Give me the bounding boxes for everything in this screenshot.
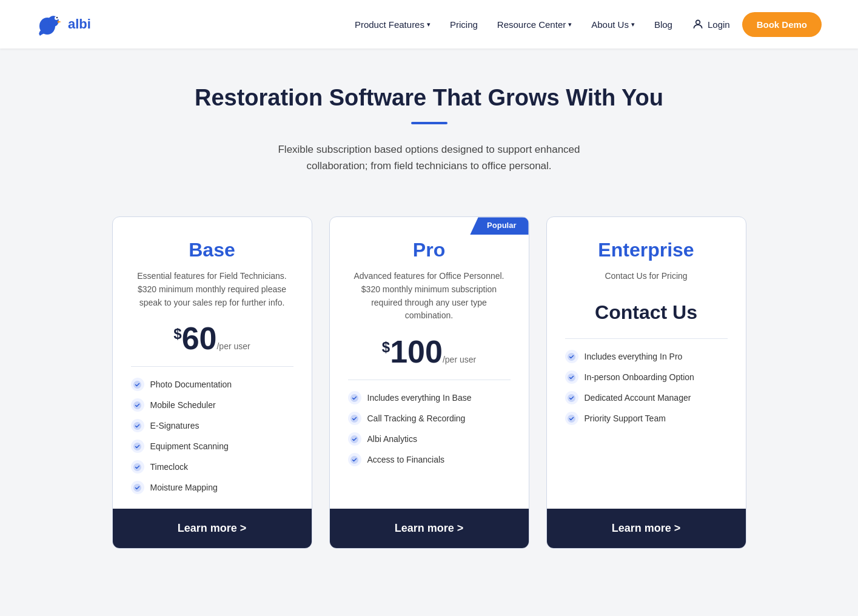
enterprise-card-divider: [565, 338, 728, 339]
logo-text: albi: [68, 16, 91, 32]
base-feature-list: Photo Documentation Mobile Scheduler E-S…: [131, 378, 293, 494]
check-icon: [348, 432, 361, 446]
nav-blog[interactable]: Blog: [654, 19, 672, 30]
list-item: Call Tracking & Recording: [348, 412, 511, 425]
list-item: Mobile Scheduler: [131, 398, 293, 412]
check-icon: [565, 412, 578, 425]
base-price-per: /per user: [216, 341, 250, 351]
page-title: Restoration Software That Grows With You: [12, 85, 846, 111]
check-icon: [131, 481, 144, 494]
check-icon: [131, 378, 144, 391]
chevron-down-icon: ▾: [568, 21, 572, 28]
list-item: Priority Support Team: [565, 412, 728, 425]
enterprise-feature-list: Includes everything In Pro In-person Onb…: [565, 350, 728, 425]
pro-card-subtitle: Advanced features for Office Personnel. …: [348, 270, 511, 323]
enterprise-learn-more-button[interactable]: Learn more >: [547, 509, 746, 548]
nav-product-features[interactable]: Product Features ▾: [355, 19, 431, 30]
pro-card-price: $100/per user: [348, 336, 511, 367]
pro-feature-list: Includes everything In Base Call Trackin…: [348, 391, 511, 466]
list-item: Photo Documentation: [131, 378, 293, 391]
check-icon: [348, 391, 361, 404]
chevron-down-icon: ▾: [631, 21, 635, 28]
base-card: Base Essential features for Field Techni…: [112, 216, 312, 549]
list-item: E-Signatures: [131, 419, 293, 432]
list-item: Albi Analytics: [348, 432, 511, 446]
pro-learn-more-button[interactable]: Learn more >: [330, 509, 529, 548]
enterprise-contact-label: Contact Us: [565, 301, 728, 324]
hero-subtitle: Flexible subscription based options desi…: [247, 141, 611, 174]
check-icon: [565, 370, 578, 384]
logo-icon: [36, 10, 64, 38]
svg-point-2: [55, 16, 58, 20]
check-icon: [348, 412, 361, 425]
enterprise-card: Enterprise Contact Us for Pricing Contac…: [546, 216, 746, 549]
nav-links: Product Features ▾ Pricing Resource Cent…: [355, 19, 672, 30]
nav-pricing[interactable]: Pricing: [450, 19, 478, 30]
base-price-dollar: $: [173, 326, 181, 342]
popular-badge: Popular: [470, 217, 528, 235]
check-icon: [348, 453, 361, 466]
base-price-amount: 60: [182, 321, 217, 356]
enterprise-card-subtitle: Contact Us for Pricing: [565, 270, 728, 283]
login-link[interactable]: Login: [692, 18, 730, 30]
check-icon: [131, 398, 144, 412]
hero-divider: [411, 122, 447, 124]
nav-resource-center[interactable]: Resource Center ▾: [497, 19, 572, 30]
base-card-title: Base: [131, 239, 293, 261]
base-card-divider: [131, 366, 293, 367]
list-item: Includes everything In Base: [348, 391, 511, 404]
pro-price-amount: 100: [390, 334, 443, 369]
list-item: Access to Financials: [348, 453, 511, 466]
nav-about-us[interactable]: About Us ▾: [591, 19, 635, 30]
base-card-subtitle: Essential features for Field Technicians…: [131, 270, 293, 309]
logo[interactable]: albi: [36, 10, 91, 38]
pro-card-title: Pro: [348, 239, 511, 261]
list-item: Timeclock: [131, 460, 293, 474]
pro-price-dollar: $: [382, 339, 390, 355]
navbar: albi Product Features ▾ Pricing Resource…: [0, 0, 858, 49]
pricing-cards-section: Base Essential features for Field Techni…: [0, 192, 858, 585]
check-icon: [131, 440, 144, 453]
check-icon: [131, 460, 144, 474]
list-item: In-person Onboarding Option: [565, 370, 728, 384]
hero-section: Restoration Software That Grows With You…: [0, 49, 858, 192]
list-item: Includes everything In Pro: [565, 350, 728, 363]
chevron-down-icon: ▾: [427, 21, 431, 28]
base-learn-more-button[interactable]: Learn more >: [113, 509, 312, 548]
pro-card-divider: [348, 380, 511, 380]
list-item: Equipment Scanning: [131, 440, 293, 453]
list-item: Dedicated Account Manager: [565, 391, 728, 404]
check-icon: [131, 419, 144, 432]
book-demo-button[interactable]: Book Demo: [742, 12, 822, 37]
user-icon: [692, 18, 704, 30]
base-card-price: $60/per user: [131, 323, 293, 354]
svg-point-3: [56, 17, 58, 18]
svg-point-4: [696, 20, 700, 24]
check-icon: [565, 350, 578, 363]
pro-card: Popular Pro Advanced features for Office…: [329, 216, 529, 549]
list-item: Moisture Mapping: [131, 481, 293, 494]
pro-price-per: /per user: [443, 355, 476, 364]
enterprise-card-title: Enterprise: [565, 239, 728, 261]
check-icon: [565, 391, 578, 404]
